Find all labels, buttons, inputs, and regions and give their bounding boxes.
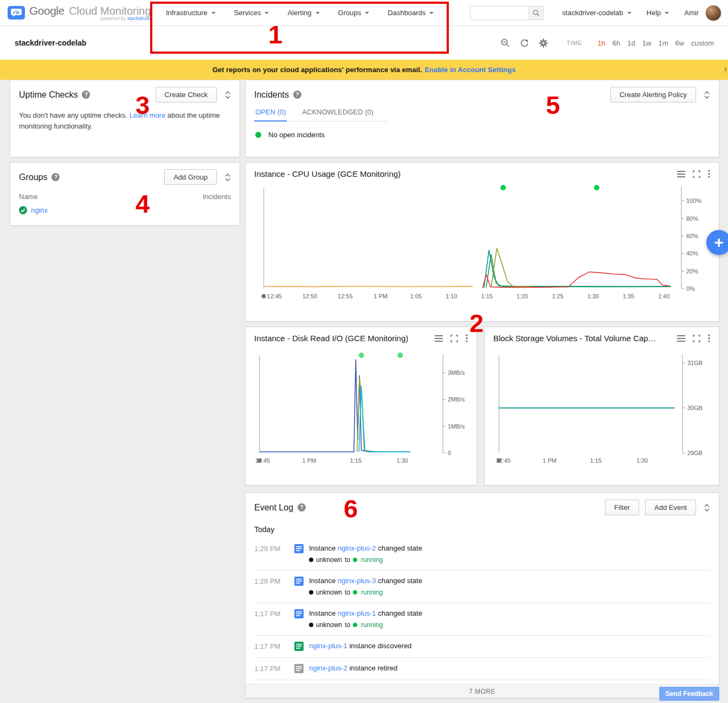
time-range-6w[interactable]: 6w — [675, 39, 684, 47]
event-time: 1:29 PM — [254, 577, 294, 585]
chevron-down-icon — [211, 12, 216, 14]
svg-text:1:25: 1:25 — [552, 293, 563, 299]
state-to: running — [361, 556, 383, 564]
legend-icon[interactable] — [677, 171, 685, 177]
nav-alerting[interactable]: Alerting — [287, 9, 319, 17]
instance-link[interactable]: nginx-plus-2 — [338, 544, 376, 552]
collapse-icon[interactable] — [704, 503, 710, 512]
help-menu[interactable]: Help — [647, 9, 669, 17]
svg-text:1 PM: 1 PM — [543, 457, 557, 464]
svg-text:0%: 0% — [686, 285, 695, 292]
group-row[interactable]: nginx — [10, 203, 240, 218]
state-from: unknown — [316, 556, 342, 564]
group-nginx-link[interactable]: nginx — [31, 206, 48, 214]
help-icon[interactable]: ? — [51, 173, 60, 181]
state-to: running — [361, 589, 383, 596]
refresh-icon[interactable] — [520, 39, 529, 48]
instance-link[interactable]: nginx-plus-2 — [309, 664, 347, 672]
add-chart-fab[interactable]: + — [706, 230, 728, 255]
zoom-out-icon[interactable] — [500, 38, 510, 48]
tab-open[interactable]: OPEN (0) — [254, 108, 287, 122]
help-icon[interactable]: ? — [82, 91, 90, 99]
more-options-icon[interactable] — [708, 334, 710, 342]
event-row: 1:17 PM nginx-plus-2 instance retired — [254, 658, 710, 680]
svg-text:1:30: 1:30 — [587, 293, 598, 299]
svg-text:100%: 100% — [686, 197, 701, 204]
event-text-pre: Instance — [309, 577, 338, 585]
banner-chevron-icon[interactable]: › — [724, 64, 727, 74]
top-header: Google Cloud Monitoring powered by stack… — [0, 0, 728, 26]
collapse-icon[interactable] — [704, 91, 710, 99]
svg-text:3MB/s: 3MB/s — [448, 369, 465, 376]
instance-link[interactable]: nginx-plus-1 — [338, 609, 376, 617]
state-connector: to — [345, 621, 350, 629]
time-range-1m[interactable]: 1m — [658, 39, 668, 47]
project-selector[interactable]: stackdriver-codelab — [562, 9, 632, 17]
time-range-custom[interactable]: custom — [691, 39, 714, 47]
help-label: Help — [647, 9, 661, 17]
help-icon[interactable]: ? — [298, 503, 306, 512]
collapse-icon[interactable] — [224, 173, 231, 182]
create-alerting-policy-button[interactable]: Create Alerting Policy — [610, 87, 696, 103]
svg-text:80%: 80% — [686, 215, 698, 222]
nav-infrastructure[interactable]: Infrastructure — [166, 9, 216, 17]
chevron-down-icon — [627, 12, 632, 14]
search-input[interactable] — [471, 7, 529, 20]
svg-text:1:20: 1:20 — [517, 293, 528, 299]
incidents-card: Incidents ? Create Alerting Policy OPEN … — [245, 80, 719, 157]
time-range-6h[interactable]: 6h — [613, 39, 620, 47]
svg-text:12:45: 12:45 — [255, 457, 270, 464]
brand-google: Google — [29, 4, 65, 17]
event-state-detail: unknowntorunning — [309, 589, 422, 596]
event-text-pre: Instance — [309, 544, 338, 552]
stackdriver-text: stackdriver — [127, 16, 151, 21]
sub-header: stackdriver-codelab TIME 1h 6h 1d 1w 1m … — [0, 26, 728, 60]
collapse-icon[interactable] — [224, 91, 231, 99]
brand[interactable]: Google Cloud Monitoring powered by stack… — [8, 4, 152, 21]
tab-acknowledged[interactable]: ACKNOWLEDGED (0) — [301, 108, 374, 121]
instance-link[interactable]: nginx-plus-1 — [309, 642, 347, 650]
learn-more-link[interactable]: Learn more — [130, 111, 165, 119]
nav-dashboards-label: Dashboards — [388, 9, 426, 17]
time-range-1h[interactable]: 1h — [597, 39, 605, 47]
event-text-post: changed state — [376, 609, 422, 617]
more-options-icon[interactable] — [466, 334, 468, 342]
more-events-button[interactable]: 7 MORE — [246, 684, 719, 698]
banner-settings-link[interactable]: Enable in Account Settings — [424, 66, 516, 74]
settings-gear-icon[interactable] — [539, 39, 548, 48]
search-icon[interactable] — [529, 7, 543, 20]
filter-button[interactable]: Filter — [605, 500, 639, 515]
event-row: 1:29 PM Instance nginx-plus-2 changed st… — [254, 538, 710, 571]
time-range-1d[interactable]: 1d — [627, 39, 635, 47]
nav-dashboards[interactable]: Dashboards — [388, 9, 434, 17]
nav-groups[interactable]: Groups — [338, 9, 370, 17]
more-options-icon[interactable] — [708, 170, 710, 178]
uptime-checks-card: Uptime Checks ? Create Check You don't h… — [10, 80, 240, 157]
user-name[interactable]: Amir — [684, 9, 699, 17]
groups-column-headers: Name Incidents — [10, 189, 240, 203]
add-group-button[interactable]: Add Group — [164, 169, 217, 185]
fullscreen-icon[interactable] — [693, 170, 700, 178]
event-time: 1:17 PM — [254, 642, 294, 650]
event-text: Instance nginx-plus-2 changed state — [309, 544, 422, 552]
fullscreen-icon[interactable] — [693, 335, 700, 342]
svg-text:29GB: 29GB — [687, 450, 703, 456]
add-event-button[interactable]: Add Event — [645, 500, 696, 515]
nav-services[interactable]: Services — [234, 9, 269, 17]
instance-link[interactable]: nginx-plus-3 — [338, 577, 376, 585]
event-text-post: changed state — [376, 577, 422, 585]
send-feedback-button[interactable]: Send Feedback — [659, 687, 719, 701]
time-range-1w[interactable]: 1w — [642, 39, 652, 47]
event-state-detail: unknowntorunning — [309, 621, 422, 629]
powered-by-text: powered by — [101, 16, 126, 21]
event-text: nginx-plus-1 instance discovered — [309, 642, 411, 650]
legend-icon[interactable] — [435, 335, 443, 342]
avatar[interactable] — [705, 5, 721, 21]
nav-services-label: Services — [234, 9, 261, 17]
state-from: unknown — [316, 621, 342, 629]
legend-icon[interactable] — [677, 335, 685, 342]
create-check-button[interactable]: Create Check — [156, 87, 217, 103]
help-icon[interactable]: ? — [293, 91, 301, 99]
incidents-title: Incidents ? — [254, 90, 301, 100]
fullscreen-icon[interactable] — [450, 335, 458, 342]
